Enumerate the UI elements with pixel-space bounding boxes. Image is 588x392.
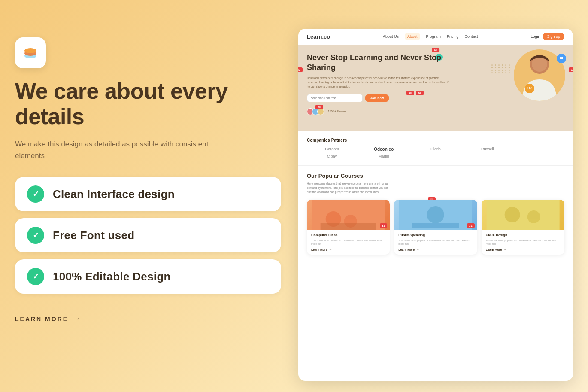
nav-contact[interactable]: Contact — [465, 34, 478, 39]
course-name-2: Public Speaking — [398, 233, 473, 237]
nav-about-us[interactable]: About Us — [383, 34, 399, 39]
app-icon — [15, 37, 46, 68]
check-icon-3 — [27, 268, 44, 285]
site-logo: Learn.co — [307, 33, 330, 40]
companies-section: Companies Patners Gorgom Odeon.co Gloria… — [298, 131, 573, 166]
svg-point-2 — [24, 48, 36, 53]
spacing-badge-40-top: 40 — [432, 48, 439, 52]
feature-label-3: 100% Editable Design — [53, 270, 171, 283]
hero-students: 120K+ Student — [307, 108, 449, 115]
nav-pricing[interactable]: Pricing — [447, 34, 459, 39]
company-gloria: Gloria — [411, 147, 461, 151]
svg-point-10 — [427, 206, 444, 223]
main-headline: We care about every details — [15, 79, 281, 130]
svg-rect-12 — [486, 200, 559, 230]
companies-title: Companies Patners — [307, 138, 564, 143]
join-now-button[interactable]: Join Now — [365, 94, 389, 102]
left-panel: We care about every details We make this… — [15, 29, 281, 324]
svg-point-13 — [504, 207, 520, 222]
spacing-badge-64: 64 — [416, 91, 424, 95]
signup-button[interactable]: Sign up — [543, 33, 564, 40]
course-learn-more-2[interactable]: Learn More → — [398, 248, 473, 251]
hero-desc: Relatively permanent change in behavior … — [307, 76, 449, 88]
feature-card-3: 100% Editable Design — [15, 259, 281, 294]
course-desc-3: This is the most popular and in-demand c… — [486, 239, 560, 246]
ux-bubble: UX — [525, 84, 534, 93]
courses-desc: Here are some classes that are very popu… — [307, 182, 393, 194]
course-card-1: 32 Computer Class This is the most popul… — [307, 200, 390, 255]
spacing-badge-120-left: 120 — [298, 67, 303, 72]
feature-label-2: Free Font used — [53, 229, 135, 242]
nav-about[interactable]: About — [405, 33, 420, 40]
sub-text: We make this design as detailed as possi… — [15, 138, 230, 161]
nav-links: About Us About Program Pricing Contact — [383, 33, 478, 40]
company-cipay: Cipay — [307, 154, 357, 158]
feature-label-1: Clean Interface design — [53, 188, 175, 201]
site-hero: 40 120 120 Never Stop Learning and Never… — [298, 45, 573, 131]
hero-content: Never Stop Learning and Never Stop Shari… — [307, 53, 449, 115]
company-odeon: Odeon.co — [359, 147, 409, 152]
ui-bubble: UI — [557, 54, 566, 63]
hero-title: Never Stop Learning and Never Stop Shari… — [307, 53, 449, 73]
course-name-1: Computer Class — [311, 233, 385, 237]
course-desc-1: This is the most popular and in-demand c… — [311, 239, 385, 246]
companies-logos: Gorgom Odeon.co Gloria Russell Cipay Mar… — [307, 147, 564, 158]
course-learn-more-1[interactable]: Learn More → — [311, 248, 385, 251]
dot-grid — [491, 64, 511, 73]
company-russell: Russell — [462, 147, 512, 151]
company-gorgom: Gorgom — [307, 147, 357, 151]
course-badge-32-2: 32 — [467, 223, 475, 228]
course-image-2: 32 — [394, 200, 477, 230]
course-desc-2: This is the most popular and in-demand c… — [398, 239, 473, 246]
login-button[interactable]: Login — [530, 34, 540, 39]
course-name-3: UI/UX Design — [486, 233, 560, 237]
student-count: 120K+ Student — [328, 110, 346, 113]
spacing-badge-60: 60 — [315, 105, 323, 109]
email-input[interactable] — [307, 94, 363, 102]
site-navbar: Learn.co About Us About Program Pricing … — [298, 29, 573, 45]
course-image-1: 32 — [307, 200, 390, 230]
check-icon-1 — [27, 185, 44, 203]
svg-rect-8 — [321, 223, 376, 230]
feature-card-2: Free Font used — [15, 218, 281, 252]
svg-point-14 — [527, 210, 540, 223]
course-image-3 — [482, 200, 564, 230]
nav-program[interactable]: Program — [426, 34, 441, 39]
courses-section: Our Popular Courses Here are some classe… — [298, 166, 573, 262]
company-martin: Martin — [359, 154, 409, 158]
course-card-3: UI/UX Design This is the most popular an… — [482, 200, 564, 255]
hero-input-row: 64 Join Now — [307, 94, 449, 102]
spacing-badge-120-right: 120 — [569, 67, 573, 72]
course-body-3: UI/UX Design This is the most popular an… — [482, 230, 564, 255]
course-badge-32: 32 — [380, 223, 388, 228]
feature-card-1: Clean Interface design — [15, 177, 281, 211]
learn-more-button[interactable]: LEARN MORE — [15, 314, 82, 323]
check-icon-2 — [27, 227, 44, 244]
svg-rect-11 — [412, 223, 459, 228]
course-learn-more-3[interactable]: Learn More → — [486, 248, 560, 251]
main-container: We care about every details We make this… — [15, 16, 573, 377]
right-panel: Learn.co About Us About Program Pricing … — [298, 29, 573, 381]
nav-actions: Login Sign up — [530, 33, 564, 40]
feature-cards: Clean Interface design Free Font used 10… — [15, 177, 281, 294]
course-body-1: Computer Class This is the most popular … — [307, 230, 390, 255]
course-card-2: 32 Public Speaking This is the most popu… — [394, 200, 477, 255]
course-body-2: Public Speaking This is the most popular… — [394, 230, 477, 255]
courses-grid: 32 Computer Class This is the most popul… — [307, 200, 564, 255]
courses-title: Our Popular Courses — [307, 173, 564, 180]
